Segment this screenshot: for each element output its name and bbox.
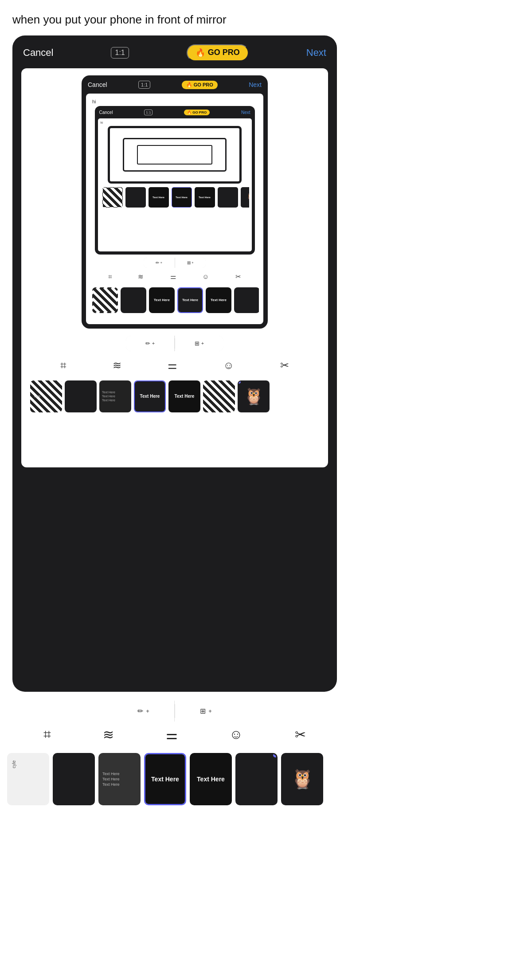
sticker-thumb-stripe2-sm[interactable] [218, 187, 238, 208]
inner-next-l2: Next [241, 110, 250, 115]
outer-top-bar: Cancel 1:1 🔥 GO PRO Next [20, 44, 330, 68]
deep-canvas-l4 [124, 139, 225, 170]
gopro-button[interactable]: 🔥 GO PRO [187, 44, 249, 61]
inner-topbar-l1: Cancel 1:1 🔥GO PRO Next [86, 81, 263, 94]
inner-cancel-l1: Cancel [88, 81, 107, 88]
bottom-emoji-icon[interactable]: ☺ [229, 727, 243, 742]
page-title: when you put your phone in front of mirr… [0, 0, 349, 35]
bottom-sticker-dark[interactable] [53, 753, 95, 805]
add-buttons-main: ✏+ ⊞+ [126, 336, 223, 351]
sticker-l1-selected[interactable]: Text Here [177, 287, 203, 313]
canvas-l1: hi Cancel 1:1 🔥GO PRO Next hi [86, 94, 263, 324]
toolbar-row-main: ⌗ ≋ ⚌ ☺ ✂ [28, 354, 321, 377]
filter-icon-l1[interactable]: ≋ [138, 273, 144, 281]
sticker-icon-l1: ⊞ [187, 260, 191, 265]
sticker-l1-stripe2[interactable] [234, 287, 259, 313]
sticker-main-dark[interactable] [65, 380, 97, 412]
bottom-sticker-text1[interactable]: Text Here Text Here Text Here [98, 753, 141, 805]
bottom-sticker-style[interactable]: cyle [7, 753, 49, 805]
bottom-pencil-icon: ✏ [137, 707, 143, 715]
inner-ratio-l2: 1:1 [144, 110, 153, 115]
main-canvas: Cancel 1:1 🔥GO PRO Next hi Cancel 1:1 [21, 68, 328, 467]
erase-icon-main[interactable]: ✂ [280, 359, 289, 372]
add-buttons-l1: ✏+ ⊞+ [144, 258, 206, 268]
crop-icon-main[interactable]: ⌗ [60, 359, 66, 372]
add-text-button-main[interactable]: ✏+ [126, 336, 175, 351]
inner-ratio-l1: 1:1 [138, 81, 150, 89]
bottom-sticker-icon: ⊞ [200, 707, 206, 715]
sticker-row-l1: Text Here Text Here Text Here 🦉 [90, 284, 259, 317]
bottom-sticker-selected[interactable]: Text Here [144, 753, 186, 805]
pencil-icon-l1: ✏ [156, 260, 159, 265]
deep-canvas-l5 [138, 146, 211, 164]
bottom-section: ✏+ ⊞+ ⌗ ≋ ⚌ ☺ ✂ cyle Text Here [0, 692, 349, 814]
bottom-sticker-row: cyle Text Here Text Here Text Here Text … [0, 749, 349, 814]
deep-canvas-l3 [110, 128, 239, 181]
erase-icon-l1[interactable]: ✂ [235, 273, 241, 281]
bottom-add-text-btn[interactable]: ✏+ [113, 701, 175, 721]
inner-gopro-l1: 🔥GO PRO [182, 81, 218, 89]
inner-next-l1: Next [249, 81, 262, 88]
sticker-main-owl[interactable]: 🦉 [238, 380, 270, 412]
inner-topbar-l2: Cancel 1:1 🔥GO PRO Next [98, 110, 252, 118]
bottom-crop-icon[interactable]: ⌗ [43, 727, 51, 742]
inner-cancel-l2: Cancel [99, 110, 113, 115]
bottom-adjust-icon[interactable]: ⚌ [166, 727, 178, 742]
ratio-button[interactable]: 1:1 [111, 47, 129, 59]
deep-recursive-l3 [108, 126, 242, 184]
toolbar-row-l1: ⌗ ≋ ⚌ ☺ ✂ [90, 270, 259, 284]
canvas-hi-xs: hi [101, 121, 103, 124]
bottom-sticker-text3[interactable]: Text Here [190, 753, 232, 805]
add-text-button-l1[interactable]: ✏+ [144, 258, 175, 268]
adjust-icon-main[interactable]: ⚌ [168, 359, 177, 372]
cancel-button[interactable]: Cancel [23, 47, 53, 59]
filter-icon-main[interactable]: ≋ [113, 359, 121, 372]
bottom-sticker-stripe2[interactable] [235, 753, 278, 805]
sticker-main-style[interactable]: cyle [30, 380, 62, 412]
canvas-hi-label: hi [92, 99, 96, 104]
bottom-add-sticker-btn[interactable]: ⊞+ [175, 701, 237, 721]
sticker-l1-text3[interactable]: Text Here [206, 287, 231, 313]
inner-phone-l2: Cancel 1:1 🔥GO PRO Next hi [95, 106, 255, 255]
pencil-icon-main: ✏ [145, 340, 150, 347]
dot-indicator-main [238, 380, 241, 384]
bottom-add-buttons-wrap: ✏+ ⊞+ [0, 692, 349, 723]
bottom-add-buttons: ✏+ ⊞+ [113, 701, 237, 721]
inner-phone-l1: Cancel 1:1 🔥GO PRO Next hi Cancel 1:1 [82, 75, 268, 329]
sticker-icon-main: ⊞ [195, 340, 199, 347]
sticker-row-l2: Text Here Text Here Text Here 🦉 [101, 185, 249, 211]
sticker-row-main: cyle Text Here Text Here Text Here Text … [28, 377, 321, 416]
adjust-icon-l1[interactable]: ⚌ [170, 273, 176, 281]
sticker-main-text3[interactable]: Text Here [168, 380, 200, 412]
sticker-thumb-dark-sm[interactable] [125, 187, 146, 208]
canvas-l2: hi [98, 118, 252, 251]
bottom-filter-icon[interactable]: ≋ [103, 727, 114, 742]
sticker-l1-style[interactable] [92, 287, 118, 313]
sticker-thumb-owl-sm[interactable]: 🦉 [241, 187, 249, 208]
add-sticker-button-main[interactable]: ⊞+ [175, 336, 223, 351]
next-button[interactable]: Next [306, 47, 326, 59]
sticker-thumb-selected-sm[interactable]: Text Here [172, 187, 192, 208]
gopro-icon: 🔥 [196, 48, 205, 58]
emoji-icon-l1[interactable]: ☺ [202, 273, 209, 280]
inner-gopro-l2: 🔥GO PRO [184, 110, 210, 115]
sticker-main-selected[interactable]: Text Here [134, 380, 166, 412]
emoji-icon-main[interactable]: ☺ [223, 359, 235, 372]
sticker-main-text1[interactable]: Text Here Text Here Text Here [99, 380, 131, 412]
sticker-main-stripe2[interactable] [203, 380, 235, 412]
deep-recursive-l4 [123, 138, 226, 172]
deep-recursive-l5 [137, 145, 212, 165]
crop-icon-l1[interactable]: ⌗ [108, 273, 112, 281]
add-sticker-button-l1[interactable]: ⊞+ [175, 258, 206, 268]
sticker-l1-text1[interactable]: Text Here [149, 287, 175, 313]
sticker-thumb-style-sm[interactable] [102, 187, 123, 208]
sticker-thumb-texthere3-sm[interactable]: Text Here [195, 187, 215, 208]
outer-phone-frame: Cancel 1:1 🔥 GO PRO Next Cancel 1:1 🔥GO … [12, 35, 337, 692]
dot-indicator-bottom-right [273, 753, 278, 757]
bottom-erase-icon[interactable]: ✂ [295, 727, 306, 742]
sticker-thumb-texthere1-sm[interactable]: Text Here [149, 187, 169, 208]
sticker-l1-dark[interactable] [121, 287, 146, 313]
bottom-sticker-owl[interactable]: 🦉 [281, 753, 323, 805]
bottom-toolbar-row: ⌗ ≋ ⚌ ☺ ✂ [0, 723, 349, 749]
